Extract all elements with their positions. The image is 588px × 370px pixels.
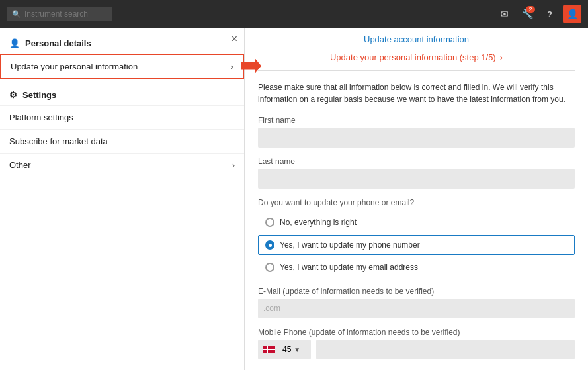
help-icon-btn[interactable]: ? [540,5,559,23]
phone-row: +45 ▼ [258,340,575,359]
email-group: E-Mail (update of information needs to b… [258,287,575,318]
search-box[interactable]: 🔍 [7,7,112,21]
radio-circle-no [265,218,274,227]
notification-badge: 2 [526,6,535,13]
radio-circle-email [265,263,274,272]
dropdown-chevron-icon: ▼ [294,346,300,353]
radio-option-no[interactable]: No, everything is right [258,212,575,232]
right-panel: Update account information Update your p… [245,28,588,370]
settings-header: ⚙ Settings [0,79,244,105]
phone-email-radio-group: Do you want to update your phone or emai… [258,198,575,277]
first-name-group: First name [258,116,575,148]
user-icon-btn[interactable]: 👤 [563,5,581,23]
user-icon: 👤 [567,9,578,19]
chevron-right-icon: › [231,62,233,71]
radio-label-phone: Yes, I want to update my phone number [280,240,420,250]
other-item[interactable]: Other › [0,153,244,177]
email-input[interactable]: .com [258,299,575,318]
update-personal-info-label: Update your personal information [11,62,138,71]
step-arrow-icon: › [500,52,503,62]
email-placeholder-text: .com [263,304,280,313]
platform-settings-item[interactable]: Platform settings [0,105,244,129]
radio-option-phone[interactable]: Yes, I want to update my phone number [258,235,575,255]
svg-marker-0 [241,58,261,73]
gear-icon: ⚙ [9,90,17,100]
personal-details-header: 👤 Personal details [0,28,244,54]
left-panel: × 👤 Personal details Update your persona… [0,28,245,370]
update-personal-info-item[interactable]: Update your personal information › [0,54,244,79]
platform-settings-label: Platform settings [9,113,73,122]
other-chevron-icon: › [232,161,235,170]
last-name-group: Last name [258,157,575,189]
step-text: Update your personal information (step 1… [330,52,496,62]
denmark-flag-icon [263,346,275,353]
account-info-link[interactable]: Update account information [258,34,575,44]
other-label: Other [9,160,31,170]
main-content: × 👤 Personal details Update your persona… [0,28,588,370]
phone-group: Mobile Phone (update of information need… [258,328,575,359]
last-name-input[interactable] [258,169,575,189]
person-icon: 👤 [9,38,20,48]
radio-label-no: No, everything is right [280,218,357,227]
email-label: E-Mail (update of information needs to b… [258,287,575,296]
last-name-label: Last name [258,157,575,166]
radio-group-label: Do you want to update your phone or emai… [258,198,575,207]
mail-icon-btn[interactable]: ✉ [495,5,514,23]
help-icon: ? [547,9,552,19]
search-icon: 🔍 [12,10,21,19]
step-indicator: Update your personal information (step 1… [258,52,575,71]
topbar-icons: ✉ 🔧 2 ? 👤 [495,5,581,23]
radio-option-email[interactable]: Yes, I want to update my email address [258,257,575,277]
country-code: +45 [278,345,291,354]
arrow-indicator [241,58,261,75]
mail-icon: ✉ [501,9,509,19]
subscribe-market-item[interactable]: Subscribe for market data [0,129,244,153]
phone-label: Mobile Phone (update of information need… [258,328,575,337]
first-name-input[interactable] [258,128,575,148]
radio-label-email: Yes, I want to update my email address [280,263,418,272]
subscribe-market-label: Subscribe for market data [9,136,108,146]
phone-country-selector[interactable]: +45 ▼ [258,340,311,359]
search-input[interactable] [24,9,104,19]
topbar: 🔍 ✉ 🔧 2 ? 👤 [0,0,588,28]
tools-icon-btn[interactable]: 🔧 2 [518,5,536,23]
description-text: Please make sure that all information be… [258,81,575,105]
radio-circle-phone [265,240,274,250]
first-name-label: First name [258,116,575,125]
close-button[interactable]: × [231,33,237,45]
phone-number-input[interactable] [316,340,575,359]
